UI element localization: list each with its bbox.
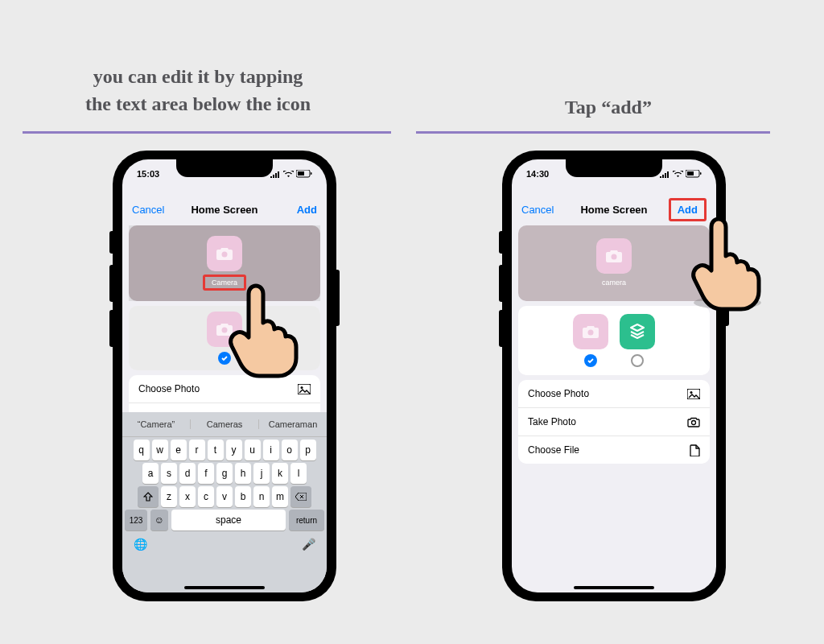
choose-file-row[interactable]: Choose File [518,436,710,464]
camera-icon [216,322,233,336]
key-backspace[interactable] [290,486,311,507]
wifi-icon [673,171,683,178]
navbar: Cancel Home Screen Add [122,198,327,221]
screen-right: 14:30 Cancel Home Screen Add camera [512,159,716,592]
status-indicators [659,170,702,178]
svg-rect-10 [700,172,702,175]
globe-icon[interactable]: 🌐 [134,538,147,551]
app-label[interactable]: camera [595,277,632,288]
status-indicators [270,170,312,178]
suggestion-2[interactable]: Cameras [191,419,259,429]
battery-icon [686,170,702,178]
key-c[interactable]: c [198,486,214,507]
home-indicator[interactable] [574,586,654,589]
suggestion-3[interactable]: Cameraman [259,419,327,429]
underline-right [416,131,770,134]
key-f[interactable]: f [198,463,214,484]
key-j[interactable]: j [253,463,270,484]
caption-left-line2: the text area below the icon [85,93,311,114]
camera-icon [582,324,599,339]
app-label-input[interactable]: Camera [203,275,246,291]
key-p[interactable]: p [300,440,316,460]
svg-point-4 [222,328,228,333]
mic-icon[interactable]: 🎤 [302,538,315,551]
key-o[interactable]: o [282,440,298,460]
take-photo-row[interactable]: Take Photo [518,408,710,436]
key-r[interactable]: r [189,440,205,460]
key-space[interactable]: space [171,510,286,530]
status-time: 14:30 [526,169,549,179]
cancel-button[interactable]: Cancel [132,204,164,216]
key-return[interactable]: return [289,510,324,530]
camera-outline-icon [687,417,700,427]
add-button[interactable]: Add [669,198,707,221]
choose-photo-row[interactable]: Choose Photo [129,375,320,403]
svg-point-15 [692,420,696,424]
key-n[interactable]: n [253,486,270,507]
radio-unselected[interactable] [631,354,644,367]
key-t[interactable]: t [208,440,224,460]
svg-point-14 [690,391,693,394]
key-x[interactable]: x [179,486,196,507]
photo-icon [298,384,311,394]
shift-icon [143,492,153,502]
key-g[interactable]: g [216,463,233,484]
camera-icon [605,249,623,263]
key-s[interactable]: s [161,463,177,484]
radio-selected[interactable] [584,354,597,367]
checkmark-icon [220,354,229,362]
add-button[interactable]: Add [297,204,317,216]
key-shift[interactable] [138,486,159,507]
svg-rect-1 [298,171,304,175]
key-emoji[interactable]: ☺ [150,510,168,530]
status-time: 15:03 [137,169,159,179]
icon-option-2[interactable] [620,314,655,349]
suggestion-1[interactable]: “Camera” [122,419,191,429]
screen-left: 15:03 Cancel Home Screen Add Camera [122,159,327,592]
phone-right: 14:30 Cancel Home Screen Add camera [502,151,726,601]
svg-rect-2 [311,172,312,175]
svg-point-11 [612,254,617,260]
key-e[interactable]: e [171,440,187,460]
key-h[interactable]: h [235,463,251,484]
radio-selected[interactable] [218,352,231,365]
key-b[interactable]: b [235,486,251,507]
file-icon [690,444,700,456]
app-icon-preview [207,236,242,271]
key-a[interactable]: a [142,463,159,484]
keyboard[interactable]: “Camera” Cameras Cameraman q w e r t y u… [122,412,327,592]
nav-title: Home Screen [191,204,258,216]
actions-list: Choose Photo Take Photo Choose File [518,380,710,464]
choose-photo-row[interactable]: Choose Photo [518,380,710,408]
battery-icon [296,170,312,178]
key-z[interactable]: z [161,486,177,507]
key-v[interactable]: v [216,486,233,507]
home-indicator[interactable] [184,586,265,589]
icon-selector-card [129,306,320,370]
backspace-icon [295,493,307,501]
phone-left: 15:03 Cancel Home Screen Add Camera [113,151,336,601]
key-y[interactable]: y [226,440,242,460]
app-icon-preview [596,238,632,274]
key-q[interactable]: q [134,440,150,460]
svg-rect-9 [687,171,694,175]
cancel-button[interactable]: Cancel [521,204,554,216]
svg-point-3 [222,252,228,258]
key-u[interactable]: u [245,440,261,460]
caption-left-line1: you can edit it by tapping [93,66,303,87]
key-k[interactable]: k [272,463,288,484]
underline-left [23,131,391,134]
key-d[interactable]: d [179,463,196,484]
key-m[interactable]: m [272,486,288,507]
svg-point-12 [588,330,594,336]
wifi-icon [283,171,294,178]
key-123[interactable]: 123 [125,510,147,530]
key-l[interactable]: l [290,463,307,484]
key-i[interactable]: i [263,440,279,460]
key-w[interactable]: w [152,440,168,460]
photo-icon [687,389,700,399]
camera-icon [216,246,233,261]
icon-option-1[interactable] [573,314,608,349]
icon-option-1[interactable] [207,312,242,347]
navbar: Cancel Home Screen Add [512,198,716,221]
